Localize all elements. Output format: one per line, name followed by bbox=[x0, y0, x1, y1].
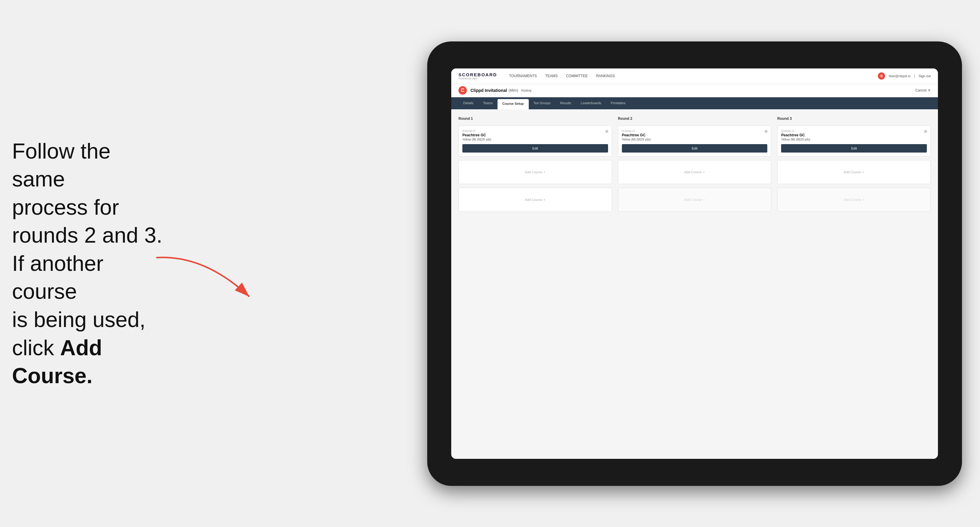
tab-teams[interactable]: Teams bbox=[478, 97, 498, 109]
instruction-panel: Follow the same process for rounds 2 and… bbox=[0, 125, 180, 402]
round-1-add-course-2-icon: + bbox=[544, 198, 545, 202]
round-1-delete-icon[interactable]: ⊗ bbox=[605, 129, 609, 133]
tabs-bar: Details Teams Course Setup Tee Groups Re… bbox=[451, 97, 938, 109]
tab-course-setup[interactable]: Course Setup bbox=[498, 99, 529, 109]
round-1-course-card: ⊗ (Course A) Peachtree GC Yellow (M) (66… bbox=[458, 125, 612, 156]
top-nav: SCOREBOARD Powered by clipd TOURNAMENTS … bbox=[451, 68, 938, 84]
nav-teams[interactable]: TEAMS bbox=[545, 73, 558, 79]
round-1-title: Round 1 bbox=[458, 116, 612, 121]
tab-tee-groups[interactable]: Tee Groups bbox=[529, 97, 555, 109]
round-2-add-course-1-label: Add Course bbox=[684, 170, 702, 174]
nav-tournaments[interactable]: TOURNAMENTS bbox=[509, 73, 536, 79]
round-3-add-course-1-label: Add Course bbox=[843, 170, 861, 174]
round-3-add-course-1-icon: + bbox=[862, 170, 864, 174]
round-2-course-card: ⊗ (Course A) Peachtree GC Yellow (M) (66… bbox=[618, 125, 772, 156]
tablet-screen: SCOREBOARD Powered by clipd TOURNAMENTS … bbox=[451, 68, 938, 459]
rounds-grid: Round 1 ⊗ (Course A) Peachtree GC Yellow… bbox=[458, 116, 931, 212]
user-avatar: B bbox=[878, 72, 885, 79]
tab-leaderboards[interactable]: Leaderboards bbox=[576, 97, 606, 109]
round-1-edit-button[interactable]: Edit bbox=[462, 144, 608, 152]
tab-printables[interactable]: Printables bbox=[606, 97, 630, 109]
logo-subtitle: Powered by clipd bbox=[458, 77, 497, 80]
round-3-edit-button[interactable]: Edit bbox=[781, 144, 927, 152]
round-1-add-course-1-label: Add Course bbox=[525, 170, 542, 174]
round-2-column: Round 2 ⊗ (Course A) Peachtree GC Yellow… bbox=[618, 116, 772, 212]
round-3-column: Round 3 ⊗ (Course A) Peachtree GC Yellow… bbox=[777, 116, 931, 212]
round-3-course-card: ⊗ (Course A) Peachtree GC Yellow (M) (66… bbox=[777, 125, 931, 156]
nav-links: TOURNAMENTS TEAMS COMMITTEE RANKINGS bbox=[509, 73, 878, 79]
round-2-add-course-2-icon: + bbox=[703, 198, 705, 202]
tournament-type: (Men) bbox=[509, 88, 518, 92]
tab-results[interactable]: Results bbox=[555, 97, 576, 109]
nav-right: B blair@clippd.io | Sign out bbox=[878, 72, 931, 79]
round-2-add-course-1-icon: + bbox=[703, 170, 705, 174]
logo-title: SCOREBOARD bbox=[458, 72, 497, 77]
sign-out-link[interactable]: Sign out bbox=[919, 74, 931, 78]
round-3-course-label: (Course A) bbox=[781, 129, 927, 132]
hosting-badge: Hosting bbox=[521, 89, 531, 92]
round-2-edit-button[interactable]: Edit bbox=[622, 144, 768, 152]
round-1-course-name: Peachtree GC bbox=[462, 133, 608, 137]
round-2-course-label: (Course A) bbox=[622, 129, 768, 132]
round-3-add-course-2: Add Course + bbox=[777, 188, 931, 212]
tab-details[interactable]: Details bbox=[458, 97, 478, 109]
instruction-line3: rounds 2 and 3. bbox=[12, 223, 162, 247]
instruction-line2: process for bbox=[12, 195, 119, 219]
round-3-add-course-1[interactable]: Add Course + bbox=[777, 160, 931, 184]
nav-rankings[interactable]: RANKINGS bbox=[596, 73, 615, 79]
round-2-add-course-2: Add Course + bbox=[618, 188, 772, 212]
round-3-add-course-2-icon: + bbox=[862, 198, 864, 202]
instruction-line4: If another course bbox=[12, 251, 103, 303]
round-1-add-course-1-icon: + bbox=[544, 170, 545, 174]
round-1-add-course-2-label: Add Course bbox=[525, 198, 542, 202]
separator: | bbox=[914, 74, 915, 78]
round-2-title: Round 2 bbox=[618, 116, 772, 121]
instruction-line6-prefix: click bbox=[12, 335, 60, 359]
cancel-button[interactable]: Cancel ✕ bbox=[915, 88, 931, 92]
round-3-add-course-2-label: Add Course bbox=[843, 198, 861, 202]
round-2-course-name: Peachtree GC bbox=[622, 133, 768, 137]
round-3-delete-icon[interactable]: ⊗ bbox=[924, 129, 928, 133]
round-1-course-label: (Course A) bbox=[462, 129, 608, 132]
instruction-line5: is being used, bbox=[12, 308, 145, 332]
round-3-course-name: Peachtree GC bbox=[781, 133, 927, 137]
round-1-add-course-1[interactable]: Add Course + bbox=[458, 160, 612, 184]
round-2-delete-icon[interactable]: ⊗ bbox=[764, 129, 768, 133]
logo-area: SCOREBOARD Powered by clipd bbox=[458, 72, 497, 80]
round-1-column: Round 1 ⊗ (Course A) Peachtree GC Yellow… bbox=[458, 116, 612, 212]
nav-committee[interactable]: COMMITTEE bbox=[566, 73, 588, 79]
round-1-add-course-2[interactable]: Add Course + bbox=[458, 188, 612, 212]
instruction-line1: Follow the same bbox=[12, 139, 111, 191]
tournament-name: Clippd Invitational bbox=[471, 88, 507, 93]
round-3-course-details: Yellow (M) (6629 yds) bbox=[781, 138, 927, 141]
round-2-add-course-1[interactable]: Add Course + bbox=[618, 160, 772, 184]
round-3-title: Round 3 bbox=[777, 116, 931, 121]
round-1-course-details: Yellow (M) (6629 yds) bbox=[462, 138, 608, 141]
round-2-course-details: Yellow (M) (6629 yds) bbox=[622, 138, 768, 141]
sub-nav-logo: C bbox=[458, 86, 467, 95]
tablet-frame: SCOREBOARD Powered by clipd TOURNAMENTS … bbox=[427, 41, 962, 486]
round-2-add-course-2-label: Add Course bbox=[684, 198, 702, 202]
sub-nav: C Clippd Invitational (Men) Hosting Canc… bbox=[451, 84, 938, 97]
user-email: blair@clippd.io bbox=[889, 74, 910, 78]
main-content: Round 1 ⊗ (Course A) Peachtree GC Yellow… bbox=[451, 109, 938, 459]
